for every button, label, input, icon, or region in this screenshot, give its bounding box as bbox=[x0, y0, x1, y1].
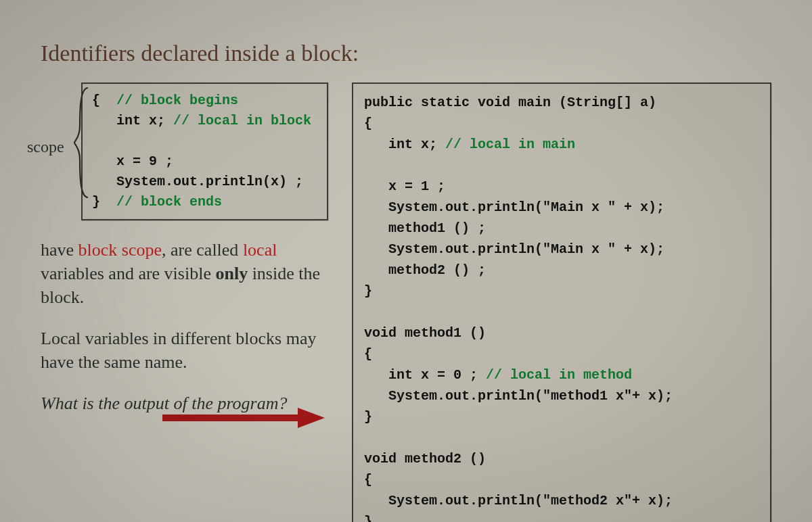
svg-marker-1 bbox=[298, 408, 325, 428]
left-column: scope { // block begins int x; // local … bbox=[41, 82, 332, 428]
code-line: x = 9 ; bbox=[92, 153, 173, 169]
arrow-right-icon bbox=[162, 408, 325, 428]
left-brace-icon bbox=[73, 85, 91, 200]
code-line: System.out.println(x) ; bbox=[92, 174, 303, 189]
page-title: Identifiers declared inside a block: bbox=[41, 41, 771, 66]
code-line: public static void main (String[] a) bbox=[364, 95, 656, 110]
paragraph-same-name: Local variables in different blocks may … bbox=[41, 327, 332, 374]
code-line: int x; // local in main bbox=[364, 137, 575, 152]
code-line: } bbox=[364, 283, 372, 299]
paragraph-block-scope: have block scope, are called local varia… bbox=[41, 238, 332, 309]
code-line: { // block begins bbox=[92, 93, 238, 108]
slide: Identifiers declared inside a block: sco… bbox=[0, 0, 812, 522]
code-line: } // block ends bbox=[92, 194, 222, 210]
code-line: x = 1 ; bbox=[364, 179, 445, 194]
code-line: { bbox=[364, 472, 372, 488]
left-code-box: { // block begins int x; // local in blo… bbox=[81, 82, 328, 220]
svg-rect-0 bbox=[162, 414, 298, 421]
code-line: int x = 0 ; // local in method bbox=[364, 367, 632, 383]
two-column-layout: scope { // block begins int x; // local … bbox=[41, 82, 771, 522]
right-column: public static void main (String[] a) { i… bbox=[352, 82, 771, 522]
code-line: } bbox=[364, 514, 372, 522]
code-line: { bbox=[364, 346, 372, 362]
code-line: System.out.println("Main x " + x); bbox=[364, 241, 664, 257]
code-line: method1 () ; bbox=[364, 220, 486, 236]
right-code-box: public static void main (String[] a) { i… bbox=[352, 82, 771, 522]
code-line: method2 () ; bbox=[364, 262, 486, 278]
code-line: System.out.println("method2 x"+ x); bbox=[364, 493, 673, 508]
code-line: void method2 () bbox=[364, 451, 486, 467]
code-line: void method1 () bbox=[364, 325, 486, 341]
scope-label: scope bbox=[27, 138, 64, 156]
code-line: System.out.println("method1 x"+ x); bbox=[364, 388, 673, 404]
code-line: } bbox=[364, 409, 372, 425]
code-line: int x; // local in block bbox=[92, 113, 311, 128]
code-line: { bbox=[364, 116, 372, 131]
code-line: System.out.println("Main x " + x); bbox=[364, 199, 664, 215]
scope-block-wrap: scope { // block begins int x; // local … bbox=[41, 82, 332, 220]
